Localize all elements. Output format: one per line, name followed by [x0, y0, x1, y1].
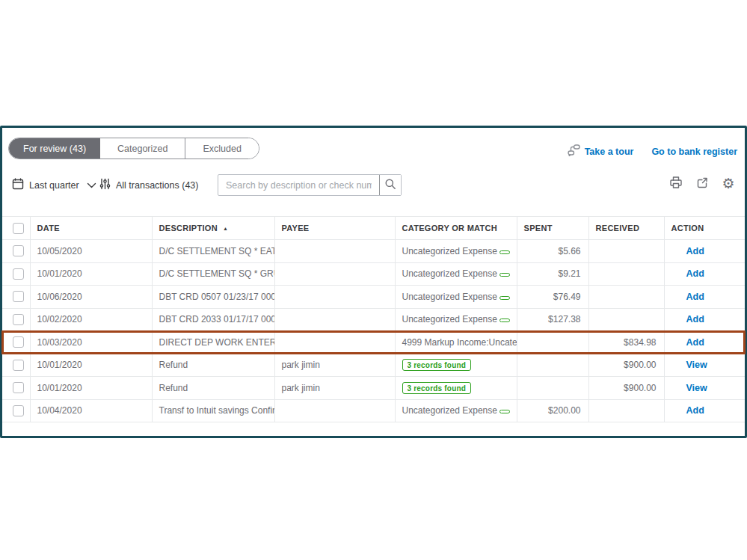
select-all-checkbox[interactable] [13, 223, 24, 234]
payee-cell: park jimin [274, 377, 395, 400]
column-header-description[interactable]: DESCRIPTION▲ [152, 217, 274, 240]
spent-cell [517, 354, 588, 377]
column-header-spent[interactable]: SPENT [517, 217, 588, 240]
spent-cell [517, 377, 588, 400]
print-button[interactable] [668, 176, 683, 191]
settings-button[interactable]: ⚙ [721, 176, 736, 191]
payee-cell [274, 308, 395, 331]
action-link[interactable]: Add [686, 405, 704, 416]
tour-icon [568, 144, 580, 159]
search-input[interactable] [218, 175, 379, 195]
spent-cell: $5.66 [517, 240, 588, 263]
spent-cell: $9.21 [517, 262, 588, 286]
records-found-badge[interactable] [499, 296, 510, 300]
payee-cell [274, 286, 395, 309]
row-checkbox[interactable] [13, 405, 24, 416]
received-cell: $900.00 [588, 377, 664, 400]
date-range-filter[interactable]: Last quarter [12, 174, 96, 196]
table-row[interactable]: 10/04/2020 Transf to Intuit savings Conf… [2, 399, 745, 422]
records-found-badge[interactable] [499, 273, 510, 277]
header-links: Take a tour Go to bank register [568, 144, 737, 159]
action-link[interactable]: Add [686, 268, 704, 279]
row-checkbox[interactable] [13, 291, 24, 302]
row-checkbox[interactable] [13, 336, 24, 348]
description-cell: DBT CRD 2033 01/17/17 00023... [152, 308, 274, 331]
export-icon [695, 176, 709, 191]
received-cell [588, 286, 664, 309]
payee-cell [274, 240, 395, 263]
received-cell [588, 399, 664, 422]
date-cell: 10/04/2020 [30, 399, 152, 422]
filter-sliders-icon [99, 178, 111, 192]
sort-ascending-icon: ▲ [223, 226, 228, 231]
action-link[interactable]: View [686, 360, 707, 370]
search-button[interactable] [379, 175, 401, 195]
date-cell: 10/01/2020 [30, 262, 152, 286]
column-header-received[interactable]: RECEIVED [588, 217, 664, 240]
spent-cell [517, 331, 588, 354]
payee-cell: park jimin [274, 354, 395, 377]
spent-cell: $200.00 [517, 399, 588, 422]
action-link[interactable]: Add [686, 246, 704, 256]
description-cell: Refund [152, 377, 274, 400]
description-cell: Transf to Intuit savings Confirm... [152, 399, 274, 422]
column-header-date[interactable]: DATE [30, 217, 152, 240]
table-row[interactable]: 10/06/2020 DBT CRD 0507 01/23/17 00035..… [2, 286, 745, 309]
action-link[interactable]: Add [686, 292, 704, 302]
description-cell: DBT CRD 0507 01/23/17 00035... [152, 286, 274, 309]
row-checkbox[interactable] [13, 314, 24, 325]
tab-categorized[interactable]: Categorized [100, 138, 185, 159]
search-icon [384, 178, 396, 192]
category-cell: 4999 Markup Income:Uncategoriz [395, 331, 517, 354]
chevron-down-icon [87, 180, 96, 191]
tab-excluded[interactable]: Excluded [185, 138, 258, 159]
records-found-badge[interactable] [499, 319, 510, 322]
column-header-category[interactable]: CATEGORY OR MATCH [395, 217, 517, 240]
gear-icon: ⚙ [722, 176, 734, 191]
description-cell: D/C SETTLEMENT SQ * GRUBB... [152, 262, 274, 286]
date-cell: 10/02/2020 [30, 308, 152, 331]
printer-icon [669, 176, 683, 191]
tab-for-review[interactable]: For review (43) [9, 138, 100, 159]
received-cell [588, 240, 664, 263]
table-row[interactable]: 10/01/2020 Refund park jimin 3 records f… [2, 377, 745, 400]
take-a-tour-link[interactable]: Take a tour [568, 144, 634, 159]
row-checkbox[interactable] [13, 245, 24, 256]
action-link[interactable]: Add [686, 337, 704, 348]
transaction-type-filter[interactable]: All transactions (43) [99, 174, 236, 196]
row-checkbox[interactable] [13, 382, 24, 393]
take-a-tour-label: Take a tour [585, 147, 634, 157]
go-to-bank-register-link[interactable]: Go to bank register [651, 147, 737, 157]
description-cell: DIRECT DEP WORK ENTERPRIS... [152, 331, 274, 354]
action-link[interactable]: View [686, 383, 707, 393]
description-cell: Refund [152, 354, 274, 377]
row-checkbox[interactable] [13, 268, 24, 280]
date-cell: 10/01/2020 [30, 377, 152, 400]
table-row[interactable]: 10/01/2020 D/C SETTLEMENT SQ * GRUBB... … [2, 262, 745, 286]
category-cell: Uncategorized Expense [395, 262, 517, 286]
action-link[interactable]: Add [686, 314, 704, 324]
column-header-payee[interactable]: PAYEE [274, 217, 395, 240]
records-found-badge[interactable] [499, 250, 510, 254]
row-checkbox[interactable] [13, 360, 24, 371]
date-cell: 10/03/2020 [30, 331, 152, 354]
received-cell: $900.00 [588, 354, 664, 377]
category-cell: 3 records found [395, 377, 517, 400]
spent-cell: $127.38 [517, 308, 588, 331]
payee-cell [274, 399, 395, 422]
table-header-row: DATE DESCRIPTION▲ PAYEE CATEGORY OR MATC… [2, 217, 745, 240]
table-row[interactable]: 10/02/2020 DBT CRD 2033 01/17/17 00023..… [2, 308, 745, 331]
records-found-badge[interactable]: 3 records found [402, 359, 472, 371]
spent-cell: $76.49 [517, 286, 588, 309]
table-row[interactable]: 10/05/2020 D/C SETTLEMENT SQ * EATIN ...… [2, 240, 745, 263]
records-found-badge[interactable] [499, 410, 510, 413]
table-tools: ⚙ [668, 176, 736, 191]
table-row[interactable]: 10/03/2020 DIRECT DEP WORK ENTERPRIS... … [2, 331, 745, 354]
received-cell: $834.98 [588, 331, 664, 354]
table-row[interactable]: 10/01/2020 Refund park jimin 3 records f… [2, 354, 745, 377]
export-button[interactable] [695, 176, 710, 191]
date-cell: 10/01/2020 [30, 354, 152, 377]
payee-cell [274, 262, 395, 286]
records-found-badge[interactable]: 3 records found [402, 382, 472, 394]
payee-cell [274, 331, 395, 354]
